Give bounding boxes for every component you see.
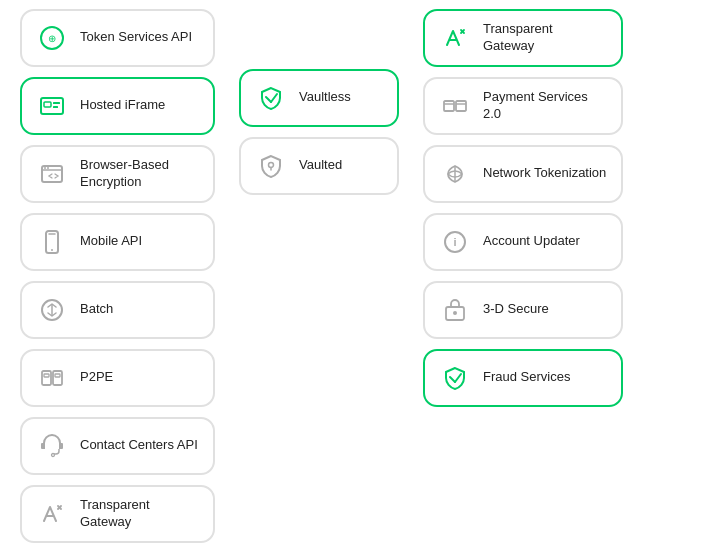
left-column: ⊕ Token Services API Hosted iFrame bbox=[20, 9, 215, 543]
update-icon: i bbox=[439, 226, 471, 258]
3d-secure-label: 3-D Secure bbox=[483, 301, 549, 318]
svg-line-39 bbox=[455, 374, 461, 382]
main-container: ⊕ Token Services API Hosted iFrame bbox=[0, 0, 715, 551]
vaultless-icon bbox=[255, 82, 287, 114]
svg-rect-15 bbox=[53, 371, 62, 385]
svg-rect-29 bbox=[444, 101, 454, 111]
svg-point-18 bbox=[52, 453, 55, 456]
contact-icon bbox=[36, 430, 68, 462]
svg-point-7 bbox=[44, 167, 46, 169]
svg-rect-17 bbox=[55, 374, 60, 377]
p2pe-label: P2PE bbox=[80, 369, 113, 386]
card-3d-secure[interactable]: 3-D Secure bbox=[423, 281, 623, 339]
svg-rect-5 bbox=[53, 106, 58, 108]
svg-text:⊕: ⊕ bbox=[48, 33, 56, 44]
browser-based-encryption-label: Browser-Based Encryption bbox=[80, 157, 199, 191]
batch-icon bbox=[36, 294, 68, 326]
hosted-iframe-label: Hosted iFrame bbox=[80, 97, 165, 114]
vaulted-icon bbox=[255, 150, 287, 182]
card-vaultless[interactable]: Vaultless bbox=[239, 69, 399, 127]
account-updater-label: Account Updater bbox=[483, 233, 580, 250]
svg-line-38 bbox=[450, 377, 455, 382]
card-token-services-api[interactable]: ⊕ Token Services API bbox=[20, 9, 215, 67]
mobile-icon bbox=[36, 226, 68, 258]
contact-centers-api-label: Contact Centers API bbox=[80, 437, 198, 454]
browser-icon bbox=[36, 158, 68, 190]
secure-icon bbox=[439, 294, 471, 326]
fraud-icon bbox=[439, 362, 471, 394]
svg-rect-14 bbox=[42, 371, 51, 385]
svg-line-23 bbox=[271, 94, 277, 102]
fraud-services-label: Fraud Services bbox=[483, 369, 570, 386]
gateway-right-icon bbox=[439, 22, 471, 54]
token-services-api-label: Token Services API bbox=[80, 29, 192, 46]
transparent-gateway-left-label: Transparent Gateway bbox=[80, 497, 199, 531]
card-transparent-gateway-right[interactable]: Transparent Gateway bbox=[423, 9, 623, 67]
card-vaulted[interactable]: Vaulted bbox=[239, 137, 399, 195]
svg-rect-4 bbox=[53, 102, 60, 104]
p2pe-icon bbox=[36, 362, 68, 394]
svg-text:i: i bbox=[453, 236, 456, 248]
network-tokenization-label: Network Tokenization bbox=[483, 165, 606, 182]
svg-point-8 bbox=[47, 167, 49, 169]
card-fraud-services[interactable]: Fraud Services bbox=[423, 349, 623, 407]
vaultless-label: Vaultless bbox=[299, 89, 351, 106]
iframe-icon bbox=[36, 90, 68, 122]
batch-label: Batch bbox=[80, 301, 113, 318]
network-icon bbox=[439, 158, 471, 190]
token-icon: ⊕ bbox=[36, 22, 68, 54]
card-browser-based-encryption[interactable]: Browser-Based Encryption bbox=[20, 145, 215, 203]
card-hosted-iframe[interactable]: Hosted iFrame bbox=[20, 77, 215, 135]
card-payment-services[interactable]: Payment Services 2.0 bbox=[423, 77, 623, 135]
svg-rect-3 bbox=[44, 102, 51, 107]
card-account-updater[interactable]: i Account Updater bbox=[423, 213, 623, 271]
payment-services-label: Payment Services 2.0 bbox=[483, 89, 607, 123]
middle-column: Vaultless Vaulted bbox=[239, 69, 399, 195]
card-contact-centers-api[interactable]: Contact Centers API bbox=[20, 417, 215, 475]
vaulted-label: Vaulted bbox=[299, 157, 342, 174]
right-column: Transparent Gateway Payment Services 2.0 bbox=[423, 9, 623, 407]
svg-rect-16 bbox=[44, 374, 49, 377]
card-mobile-api[interactable]: Mobile API bbox=[20, 213, 215, 271]
payment-icon bbox=[439, 90, 471, 122]
gateway-left-icon bbox=[36, 498, 68, 530]
card-batch[interactable]: Batch bbox=[20, 281, 215, 339]
svg-rect-30 bbox=[456, 101, 466, 111]
mobile-api-label: Mobile API bbox=[80, 233, 142, 250]
card-p2pe[interactable]: P2PE bbox=[20, 349, 215, 407]
svg-point-37 bbox=[453, 311, 457, 315]
card-network-tokenization[interactable]: Network Tokenization bbox=[423, 145, 623, 203]
transparent-gateway-right-label: Transparent Gateway bbox=[483, 21, 607, 55]
svg-point-10 bbox=[51, 249, 53, 251]
card-transparent-gateway-left[interactable]: Transparent Gateway bbox=[20, 485, 215, 543]
svg-line-22 bbox=[266, 97, 271, 102]
